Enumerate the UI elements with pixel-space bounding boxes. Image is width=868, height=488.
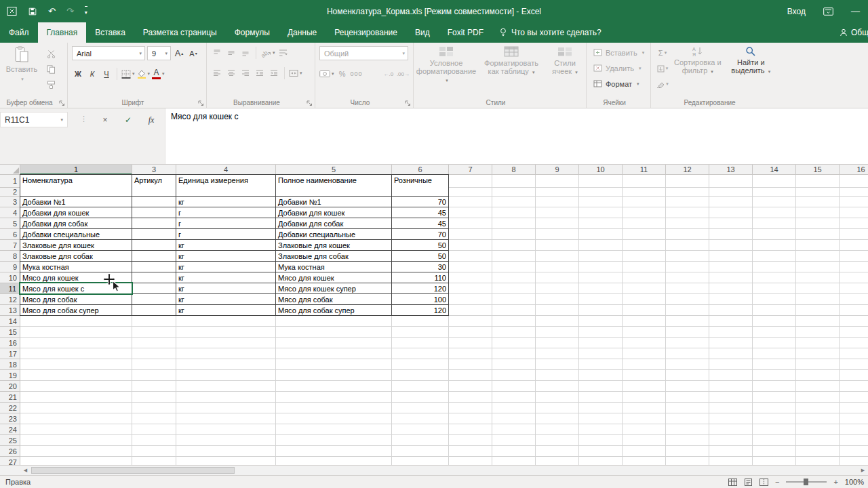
- align-center-button[interactable]: [225, 66, 237, 80]
- table-cell[interactable]: Мука костная: [275, 261, 392, 272]
- row-header-18[interactable]: 18: [0, 359, 20, 370]
- table-cell[interactable]: [132, 250, 176, 262]
- zoom-level[interactable]: 100%: [845, 478, 864, 486]
- column-header-13[interactable]: 13: [709, 165, 753, 175]
- ribbon-display-options-button[interactable]: [823, 7, 833, 16]
- tab-foxit[interactable]: Foxit PDF: [439, 22, 492, 43]
- qat-customize-button[interactable]: ▾: [85, 6, 87, 17]
- table-cell[interactable]: Мясо для кошек супер: [275, 283, 392, 294]
- minimize-button[interactable]: —: [851, 7, 860, 16]
- page-break-view-button[interactable]: [760, 479, 768, 486]
- number-format-select[interactable]: Общий▾: [319, 46, 408, 60]
- comma-style-button[interactable]: 000: [351, 67, 363, 81]
- table-cell[interactable]: Добавки №1: [275, 196, 392, 207]
- row-header-23[interactable]: 23: [0, 413, 20, 424]
- orientation-button[interactable]: ab▾: [260, 46, 275, 60]
- share-button[interactable]: Общий доступ: [840, 22, 868, 43]
- table-cell[interactable]: [132, 239, 176, 251]
- table-cell[interactable]: [132, 218, 176, 229]
- tab-view[interactable]: Вид: [406, 22, 439, 43]
- row-header-17[interactable]: 17: [0, 348, 20, 359]
- table-cell[interactable]: г: [176, 207, 276, 218]
- row-header-8[interactable]: 8: [0, 251, 20, 262]
- column-header-4[interactable]: 4: [176, 165, 276, 175]
- table-cell[interactable]: [132, 272, 176, 283]
- column-header-11[interactable]: 11: [623, 165, 666, 175]
- table-cell[interactable]: Мясо для собак: [20, 293, 132, 305]
- table-cell[interactable]: кг: [176, 283, 276, 294]
- table-cell[interactable]: 45: [391, 218, 449, 229]
- table-cell[interactable]: 30: [391, 261, 449, 272]
- table-cell[interactable]: 70: [391, 196, 449, 207]
- borders-button[interactable]: ▾: [121, 67, 135, 81]
- name-box[interactable]: R11C1 ▾: [0, 112, 68, 127]
- column-header-14[interactable]: 14: [753, 165, 796, 175]
- tab-insert[interactable]: Вставка: [86, 22, 134, 43]
- align-middle-button[interactable]: [225, 46, 237, 60]
- worksheet-grid[interactable]: 1345678910111213141516123456789101112131…: [0, 165, 868, 465]
- paste-button[interactable]: Вставить ▾: [5, 46, 38, 92]
- table-cell[interactable]: Добавки для собак: [20, 218, 132, 229]
- table-cell[interactable]: Мясо для кошек с: [20, 283, 132, 294]
- name-box-dropdown-icon[interactable]: ▾: [60, 117, 63, 123]
- row-header-14[interactable]: 14: [0, 316, 20, 327]
- row-header-2[interactable]: 2: [0, 188, 20, 197]
- autosum-button[interactable]: Σ▾: [656, 46, 669, 60]
- table-cell[interactable]: кг: [176, 304, 276, 316]
- fill-color-button[interactable]: ▾: [137, 67, 151, 81]
- merge-center-button[interactable]: ▾: [289, 66, 302, 80]
- row-header-21[interactable]: 21: [0, 392, 20, 403]
- horizontal-scrollbar-thumb[interactable]: [31, 467, 235, 474]
- table-cell[interactable]: [132, 304, 176, 316]
- undo-button[interactable]: ↶: [48, 7, 56, 16]
- alignment-dialog-launcher[interactable]: [307, 100, 313, 106]
- table-cell[interactable]: Добавки специальные: [20, 228, 132, 240]
- row-header-11[interactable]: 11: [0, 283, 20, 294]
- table-cell[interactable]: [132, 196, 176, 207]
- row-header-12[interactable]: 12: [0, 294, 20, 305]
- enter-entry-icon[interactable]: ✓: [119, 113, 137, 127]
- column-header-6[interactable]: 6: [392, 165, 449, 175]
- table-cell[interactable]: Мясо для собак: [275, 293, 392, 305]
- table-cell[interactable]: кг: [176, 261, 276, 272]
- scroll-right-icon[interactable]: ▶: [858, 466, 868, 475]
- redo-button[interactable]: ↷: [66, 7, 74, 16]
- table-cell[interactable]: кг: [176, 239, 276, 251]
- normal-view-button[interactable]: [728, 479, 737, 486]
- row-header-9[interactable]: 9: [0, 262, 20, 272]
- row-header-1[interactable]: 1: [0, 175, 20, 188]
- column-header-9[interactable]: 9: [536, 165, 579, 175]
- header-cell[interactable]: Розничные: [391, 174, 449, 197]
- row-header-19[interactable]: 19: [0, 370, 20, 381]
- table-cell[interactable]: 45: [391, 207, 449, 218]
- table-cell[interactable]: 100: [391, 293, 449, 305]
- italic-button[interactable]: К: [86, 67, 98, 81]
- align-right-button[interactable]: [239, 66, 252, 80]
- increase-indent-button[interactable]: [268, 66, 280, 80]
- clear-button[interactable]: ▾: [656, 77, 669, 91]
- percent-style-button[interactable]: %: [336, 67, 349, 81]
- cancel-entry-icon[interactable]: ×: [96, 113, 114, 127]
- font-color-button[interactable]: А▾: [152, 67, 165, 81]
- table-cell[interactable]: кг: [176, 196, 276, 207]
- zoom-slider-thumb[interactable]: [804, 479, 808, 485]
- table-cell[interactable]: г: [176, 228, 276, 240]
- column-header-1[interactable]: 1: [20, 165, 132, 175]
- wrap-text-button[interactable]: [277, 46, 290, 60]
- table-cell[interactable]: Злаковые для кошек: [20, 239, 132, 251]
- tab-home[interactable]: Главная: [38, 22, 87, 43]
- table-cell[interactable]: Добавки для собак: [275, 218, 392, 229]
- header-cell[interactable]: Единица измерения: [176, 174, 276, 197]
- table-cell[interactable]: 120: [391, 304, 449, 316]
- align-bottom-button[interactable]: [239, 46, 252, 60]
- table-cell[interactable]: кг: [176, 293, 276, 305]
- zoom-in-button[interactable]: +: [833, 478, 837, 486]
- table-cell[interactable]: г: [176, 218, 276, 229]
- horizontal-scrollbar[interactable]: ◀ ▶: [0, 465, 868, 475]
- table-cell[interactable]: 50: [391, 239, 449, 251]
- formula-input[interactable]: Мясо для кошек с: [165, 108, 868, 164]
- zoom-out-button[interactable]: −: [775, 478, 779, 486]
- format-cells-button[interactable]: Формат▾: [587, 77, 650, 91]
- row-header-20[interactable]: 20: [0, 381, 20, 392]
- zoom-slider[interactable]: [786, 481, 827, 483]
